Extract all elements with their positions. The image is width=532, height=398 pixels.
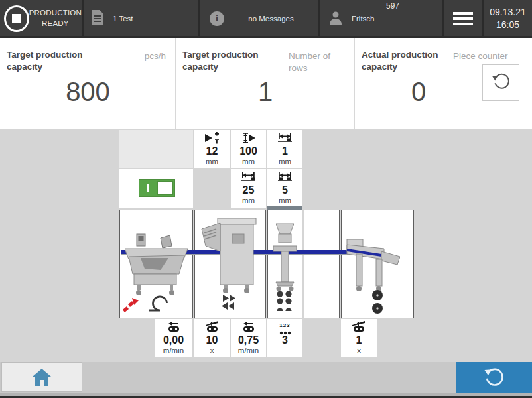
hmi-screen: PRODUCTION READY 1 Test i no Messages 59… (0, 0, 532, 398)
target-capacity-unit: pcs/h (145, 50, 166, 62)
belt-speed-icon (155, 321, 192, 334)
param-value: 12 (194, 145, 230, 157)
param-distance[interactable]: 100 mm (231, 130, 266, 168)
piece-counter-reset-button[interactable] (482, 64, 519, 101)
machine-status-section: PRODUCTION READY (0, 0, 84, 36)
belt-ramp-icon (194, 321, 230, 334)
recipe-label: 1 Test (113, 15, 133, 23)
actual-capacity-panel: Actual production capacity Piece counter… (355, 38, 532, 129)
station-panel-empty[interactable] (304, 210, 340, 318)
station-on-toggle[interactable] (139, 179, 175, 197)
messages-label: no Messages (224, 15, 318, 23)
hamburger-icon (453, 9, 473, 28)
user-icon (328, 10, 344, 27)
actual-capacity-title: Actual production capacity (362, 49, 461, 72)
param-unit: mm (267, 196, 302, 205)
param-unit: mm (231, 196, 266, 205)
target-rows-title: Target production capacity (182, 49, 282, 72)
target-rows-unit: Number of rows (289, 50, 340, 74)
recipe-section[interactable]: 1 Test (84, 0, 200, 36)
time-label: 16:05 (490, 19, 526, 31)
param-belt-factor-1[interactable]: 10 x (194, 319, 230, 357)
curl-station-icon (146, 290, 172, 315)
param-value: 25 (231, 184, 266, 196)
param-value: 5 (267, 184, 302, 196)
rounder-machine-image (268, 210, 302, 303)
stop-icon (12, 14, 21, 23)
param-width-2[interactable]: 25 mm (231, 169, 266, 208)
param-value: 0,75 (231, 334, 266, 346)
document-icon (90, 9, 105, 28)
param-value: 10 (194, 334, 230, 346)
param-width-3[interactable]: 5 mm (267, 169, 302, 208)
datetime-display: 09.13.21 16:05 (484, 0, 532, 36)
cutter-machine-image (195, 210, 265, 303)
param-unit: x (194, 346, 230, 355)
actual-capacity-value: 0 (355, 73, 482, 110)
dough-thickness-icon (194, 132, 230, 145)
date-label: 09.13.21 (490, 6, 526, 19)
param-value: 1 (341, 334, 377, 346)
menu-button[interactable] (444, 0, 484, 36)
toggle-knob (157, 181, 173, 195)
transfer-marker-red-icon (122, 297, 139, 316)
target-rows-value[interactable]: 1 (176, 73, 355, 110)
production-status: PRODUCTION READY (29, 8, 82, 29)
bottom-edge-strip (0, 393, 532, 398)
param-value: 3 (267, 334, 302, 346)
param-value: 0,00 (155, 334, 192, 346)
param-belt-speed-2[interactable]: 0,75 m/min (231, 319, 266, 357)
param-value: 1 (267, 145, 302, 157)
target-rows-panel: Target production capacity Number of row… (176, 38, 355, 129)
footer-bar (0, 362, 532, 393)
refresh-icon (481, 364, 507, 391)
stop-button[interactable] (4, 5, 29, 32)
param-unit: mm (267, 157, 302, 166)
moulder-machine-image (121, 210, 192, 303)
param-dough-thickness[interactable]: 12 mm (194, 130, 230, 168)
rollers-station-icon (370, 289, 385, 316)
row-count-icon-label: 123 (267, 321, 302, 328)
param-width-1[interactable]: 1 mm (267, 130, 302, 168)
cutter-station-icon (220, 294, 243, 311)
param-unit: m/min (155, 346, 192, 355)
target-capacity-value[interactable]: 800 (0, 73, 176, 110)
width-icon (231, 171, 266, 184)
kpi-row: Target production capacity pcs/h 800 Tar… (0, 38, 532, 129)
station-enable-cell (119, 169, 193, 208)
piece-counter-label: Piece counter (453, 50, 508, 62)
status-line2: READY (29, 19, 82, 29)
distance-icon (231, 132, 266, 145)
param-belt-speed-1[interactable]: 0,00 m/min (155, 319, 192, 357)
target-capacity-title: Target production capacity (7, 49, 106, 72)
param-unit: m/min (231, 346, 266, 355)
width-icon (267, 132, 302, 145)
target-capacity-panel: Target production capacity pcs/h 800 (0, 38, 176, 129)
rows-station-icon (275, 291, 295, 313)
belt-speed-icon (231, 321, 266, 334)
param-row-count[interactable]: 123 3 (267, 319, 302, 357)
home-button[interactable] (1, 362, 82, 392)
status-line1: PRODUCTION (29, 8, 82, 19)
user-name: Fritsch (352, 15, 375, 23)
param-unit: mm (231, 157, 266, 166)
toggle-on-mark (147, 184, 149, 192)
spacer-block (119, 130, 193, 168)
param-belt-factor-2[interactable]: 1 x (341, 319, 377, 357)
param-unit: x (341, 346, 377, 355)
param-value: 100 (231, 145, 266, 157)
row-count-icon: 123 (267, 321, 302, 334)
messages-section[interactable]: i no Messages (200, 0, 320, 36)
width-double-icon (267, 171, 302, 184)
home-icon (32, 368, 52, 387)
refresh-button[interactable] (456, 362, 532, 393)
top-bar: PRODUCTION READY 1 Test i no Messages 59… (0, 0, 532, 38)
reset-counter-icon (490, 70, 512, 96)
info-icon: i (210, 11, 224, 26)
param-unit: mm (194, 157, 230, 166)
user-section[interactable]: 597 Fritsch (320, 0, 444, 36)
belt-ramp-icon (341, 321, 377, 334)
